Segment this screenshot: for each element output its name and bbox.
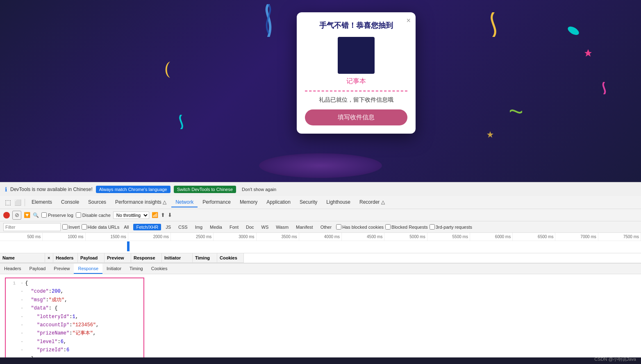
blocked-requests-checkbox[interactable] [385, 224, 391, 230]
resp-tab-payload[interactable]: Payload [25, 264, 50, 274]
tab-sources[interactable]: Sources [84, 198, 110, 207]
timeline-label-7000: 7000 ms [555, 233, 598, 241]
tab-memory[interactable]: Memory [236, 198, 261, 207]
filter-js-btn[interactable]: JS [163, 224, 174, 230]
json-line-6: - "accountIp": "123456", [7, 321, 142, 329]
switch-devtools-chinese-button[interactable]: Switch DevTools to Chinese [174, 186, 236, 193]
response-panel: Headers Payload Preview Response Initiat… [0, 263, 641, 357]
svg-marker-1 [584, 49, 592, 57]
modal-divider [305, 91, 407, 91]
tab-console[interactable]: Console [57, 198, 83, 207]
col-x-header: × [45, 253, 53, 263]
modal-close-button[interactable]: × [406, 16, 411, 25]
json-line-5: - "lotteryId": 1, [7, 313, 142, 321]
col-preview-header: Preview [105, 253, 131, 263]
csdn-watermark: CSDN @小明说Java [594, 356, 636, 362]
tab-elements[interactable]: Elements [27, 198, 56, 207]
tab-security[interactable]: Security [295, 198, 321, 207]
tab-lighthouse[interactable]: Lighthouse [322, 198, 355, 207]
filter-css-btn[interactable]: CSS [175, 224, 191, 230]
col-timing-header: Timing [193, 253, 217, 263]
filter-fetch-xhr-btn[interactable]: Fetch/XHR [133, 224, 161, 230]
timeline-label-6000: 6000 ms [470, 233, 513, 241]
always-match-language-button[interactable]: Always match Chrome's language [96, 186, 170, 193]
prize-name: 记事本 [305, 77, 407, 86]
throttle-select[interactable]: No throttling [113, 212, 149, 219]
tab-application[interactable]: Application [262, 198, 295, 207]
search-icon: 🔍 [33, 212, 39, 218]
tab-recorder[interactable]: Recorder △ [355, 198, 389, 207]
wifi-icon[interactable]: 📶 [152, 212, 158, 218]
timeline-label-1500: 1500 ms [86, 233, 128, 241]
svg-point-0 [567, 25, 580, 37]
blocked-requests-label[interactable]: Blocked Requests [385, 224, 428, 230]
toolbar-separator [25, 199, 25, 206]
filter-img-btn[interactable]: Img [192, 224, 205, 230]
col-cookies-header: Cookies [217, 253, 244, 263]
col-response-header: Response [131, 253, 162, 263]
resp-tab-preview[interactable]: Preview [50, 264, 74, 274]
resp-tab-headers[interactable]: Headers [0, 264, 25, 274]
resp-tab-response[interactable]: Response [74, 264, 102, 274]
clear-button[interactable]: ⊘ [12, 211, 21, 220]
filter-all-btn[interactable]: All [121, 224, 132, 230]
disable-cache-label[interactable]: Disable cache [76, 212, 111, 218]
filter-font-btn[interactable]: Font [227, 224, 241, 230]
filter-doc-btn[interactable]: Doc [243, 224, 257, 230]
filter-media-btn[interactable]: Media [207, 224, 225, 230]
json-response-content: 1 - { - "code": 200, - "msg": "成功", - "d… [0, 274, 641, 357]
hide-data-urls-checkbox[interactable] [82, 224, 87, 230]
filter-icon: 🔽 [24, 212, 30, 218]
invert-label[interactable]: Invert [62, 224, 80, 230]
inspect-icon[interactable]: ⬚ [3, 198, 12, 207]
timeline-labels: 500 ms 1000 ms 1500 ms 2000 ms 2500 ms 3… [0, 233, 641, 241]
record-button[interactable] [3, 212, 10, 218]
json-line-2: - "code": 200, [7, 287, 142, 296]
json-highlight-box: 1 - { - "code": 200, - "msg": "成功", - "d… [5, 278, 144, 357]
filter-input[interactable] [3, 223, 61, 231]
tab-network[interactable]: Network [171, 198, 198, 207]
preserve-log-checkbox[interactable] [41, 212, 47, 218]
timeline-container: 500 ms 1000 ms 1500 ms 2000 ms 2500 ms 3… [0, 233, 641, 253]
disable-cache-checkbox[interactable] [76, 212, 81, 218]
json-line-7: - "prizeName": "记事本", [7, 329, 142, 337]
filter-other-btn[interactable]: Other [318, 224, 335, 230]
dismiss-notification-button[interactable]: Don't show again [239, 186, 279, 193]
json-line-10: - }, [7, 355, 142, 357]
third-party-requests-label[interactable]: 3rd-party requests [430, 224, 472, 230]
fill-address-button[interactable]: 填写收件信息 [305, 109, 407, 125]
modal-title: 手气不错！恭喜您抽到 [305, 20, 407, 30]
timeline-label-5500: 5500 ms [427, 233, 470, 241]
hide-data-urls-label[interactable]: Hide data URLs [82, 224, 120, 230]
has-blocked-cookies-label[interactable]: Has blocked cookies [336, 224, 384, 230]
json-line-8: - "level": 6, [7, 338, 142, 346]
third-party-requests-checkbox[interactable] [430, 224, 435, 230]
preserve-log-label[interactable]: Preserve log [41, 212, 73, 218]
browser-page: × 手气不错！恭喜您抽到 记事本 礼品已就位，留下收件信息哦 填写收件信息 [0, 0, 641, 182]
timeline-label-4000: 4000 ms [299, 233, 342, 241]
timeline-label-6500: 6500 ms [513, 233, 555, 241]
filter-ws-btn[interactable]: WS [259, 224, 272, 230]
col-headers-header: Headers [53, 253, 78, 263]
filter-manifest-btn[interactable]: Manifest [293, 224, 316, 230]
json-line-3: - "msg": "成功", [7, 296, 142, 304]
timeline-label-2000: 2000 ms [128, 233, 171, 241]
download-icon[interactable]: ⬇ [168, 212, 172, 218]
resp-tab-timing[interactable]: Timing [125, 264, 147, 274]
invert-checkbox[interactable] [62, 224, 68, 230]
network-toolbar: ⊘ 🔽 🔍 Preserve log Disable cache No thro… [0, 209, 641, 221]
resp-tab-initiator[interactable]: Initiator [102, 264, 125, 274]
resp-tab-cookies[interactable]: Cookies [147, 264, 172, 274]
timeline-marker [127, 241, 130, 251]
tab-performance[interactable]: Performance [198, 198, 235, 207]
timeline-label-3000: 3000 ms [214, 233, 256, 241]
tab-performance-insights[interactable]: Performance insights △ [111, 198, 170, 207]
upload-icon[interactable]: ⬆ [161, 212, 165, 218]
has-blocked-cookies-checkbox[interactable] [336, 224, 341, 230]
timeline-label-7500: 7500 ms [598, 233, 641, 241]
info-icon: ℹ [5, 186, 7, 193]
device-icon[interactable]: ⬜ [13, 198, 22, 207]
request-list-header: Name × Headers Payload Preview Response … [0, 253, 641, 263]
notification-text: DevTools is now available in Chinese! [10, 187, 93, 192]
filter-wasm-btn[interactable]: Wasm [273, 224, 291, 230]
